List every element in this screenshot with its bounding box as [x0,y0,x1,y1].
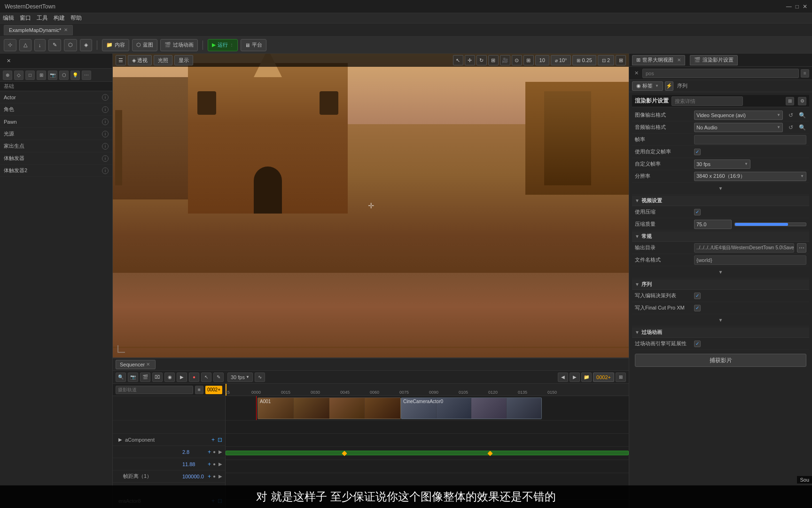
rs-trans-checkbox[interactable]: ✓ [694,341,701,347]
vp-move-icon[interactable]: ✛ [465,55,475,65]
outliner-filter-btn[interactable]: ≡ [801,69,809,78]
seq-curve-btn[interactable]: ∿ [255,373,265,382]
seq-camera-btn[interactable]: 📷 [128,373,138,382]
minimize-button[interactable]: — [786,3,792,10]
panel-item-trigger1[interactable]: 体触发器 i [0,152,112,165]
rs-rate-field[interactable] [694,135,806,144]
comp-right-btn3[interactable]: ▶ [219,461,222,467]
seq-select-btn[interactable]: ↖ [201,373,211,382]
world-outliner-tab[interactable]: ⊞ 世界大纲视图 ✕ [632,55,685,65]
comp-right-btn4[interactable]: ▶ [219,474,222,479]
seq-tab[interactable]: Sequencer ✕ [116,360,156,369]
viewport-lighting-btn[interactable]: 光照 [154,55,172,65]
panel-item-light[interactable]: 光源 i [0,128,112,140]
toolbar-content-btn[interactable]: 📁 内容 [102,39,129,51]
seq-expand-icon[interactable]: ▼ [718,318,723,323]
viewport-perspective-btn[interactable]: ◈ 透视 [128,55,152,65]
toolbar-cinematic-btn[interactable]: 🎬 过场动画 [160,39,198,51]
rs-file-format-field[interactable]: {world} [694,255,806,265]
comp-add-btn4[interactable]: + [208,473,211,480]
toolbar-volume-btn[interactable]: ◈ [80,39,92,51]
comp-layer-btn[interactable]: ⊡ [218,437,222,443]
panel-item-spawn[interactable]: 家出生点 i [0,140,112,152]
close-button[interactable]: ✕ [803,3,807,10]
viewport-show-btn[interactable]: 显示 [174,55,193,65]
comp-add-btn3[interactable]: + [208,461,211,468]
seq-eye-btn[interactable]: ◉ [164,373,175,382]
comp-right-btn2[interactable]: ▶ [219,449,222,454]
seq-expand-btn[interactable]: ⊞ [616,373,626,382]
rs-audio-format-search[interactable]: 🔍 [798,123,806,132]
panel-icon-cube[interactable]: ⬡ [59,71,69,80]
seq-next-btn[interactable]: ▶ [570,373,580,382]
panel-item-pawn[interactable]: Pawn i [0,116,112,128]
rs-output-dir-browse[interactable]: ⋯ [797,243,806,253]
toolbar-blueprint-btn[interactable]: ⬡ 蓝图 [132,39,157,51]
panel-icon-light[interactable]: 💡 [70,71,80,80]
comp-row-val1[interactable]: 2.8 + ● ▶ [113,446,225,458]
outliner-search-input[interactable] [642,69,799,78]
seq-search-input[interactable] [116,386,193,394]
rs-resolution-dropdown[interactable]: 3840 x 2160（16:9） ▼ [694,172,806,181]
comp-row-component[interactable]: ▶ aComponent + ⊡ [113,434,225,446]
rs-custom-rate-dropdown[interactable]: 30 fps ▼ [694,159,750,169]
seq-film-btn[interactable]: 🎬 [140,373,150,382]
rs-sequence-section[interactable]: ▼ 序列 [632,279,809,290]
panel-icon-place[interactable]: ⊕ [3,71,12,80]
toolbar-foliage-btn[interactable]: ↓ [34,39,46,51]
keyframe-2[interactable] [487,451,492,456]
expand-icon[interactable]: ▼ [718,186,723,191]
vp-grid-icon[interactable]: ⊞ [523,55,534,65]
menu-edit[interactable]: 编辑 [3,14,14,22]
seq-filter-btn[interactable]: ≡ [195,386,203,394]
seq-close-btn[interactable]: ✕ [145,361,151,368]
tab-map[interactable]: ExampleMapDynamic* ✕ [4,25,73,35]
menu-tools[interactable]: 工具 [37,14,48,22]
maximize-button[interactable]: □ [796,3,799,10]
panel-item-actor[interactable]: Actor i [0,91,112,103]
seq-clip-1[interactable]: A001 [258,397,401,419]
panel-icon-shape[interactable]: ◇ [14,71,23,80]
panel-icon-misc[interactable]: ⋯ [82,71,91,80]
close-panel-btn[interactable]: ✕ [3,56,15,67]
rs-edl-checkbox[interactable]: ✓ [694,293,701,299]
rs-settings-btn[interactable]: ⚙ [798,97,806,105]
menu-help[interactable]: 帮助 [70,14,82,22]
vp-camera-icon[interactable]: 🎥 [500,55,510,65]
comp-dot-btn3[interactable]: ● [213,461,216,467]
outliner-close-btn[interactable]: ✕ [632,69,640,78]
toolbar-platform-btn[interactable]: 🖥 平台 [241,39,266,51]
seq-record-btn[interactable]: ● [189,373,199,382]
rs-image-format-dropdown[interactable]: Video Sequence (avi) ▼ [694,111,783,120]
toolbar-select-btn[interactable]: ⊹ [4,39,16,51]
vp-rotate-icon[interactable]: ↻ [476,55,487,65]
comp-dot-btn4[interactable]: ● [213,474,216,479]
keyframe-1[interactable] [342,451,347,456]
seq-prev-btn[interactable]: ◀ [558,373,568,382]
toolbar-brush-btn[interactable]: ✎ [48,39,61,51]
render-movie-tab[interactable]: 🎬 渲染影片设置 [690,55,738,65]
menu-window[interactable]: 窗口 [20,14,31,22]
menu-build[interactable]: 构建 [54,14,65,22]
rs-quality-input[interactable]: 75.0 [694,220,732,229]
rs-common-section[interactable]: ▼ 常规 [632,231,809,242]
rs-custom-rate-checkbox[interactable]: ✓ [694,149,701,155]
vp-scale-value[interactable]: ⊞ 0.25 [572,55,596,65]
rs-compression-checkbox[interactable]: ✓ [694,209,701,215]
rs-capture-btn[interactable]: 捕获影片 [635,354,806,367]
rs-output-dir-field[interactable]: ../../../../UE4项目/WesternDesertTown 5.0\… [694,243,794,253]
viewport[interactable]: ✛ ☰ ◈ 透视 光照 显示 ↖ ✛ [113,54,629,357]
panel-icon-box[interactable]: □ [25,71,35,80]
bolt-icon-btn[interactable]: ⚡ [665,81,673,91]
panel-item-character[interactable]: 角色 i [0,103,112,116]
panel-icon-grid[interactable]: ⊞ [37,71,46,80]
panel-item-trigger2[interactable]: 体触发器2 i [0,165,112,177]
rs-image-format-search[interactable]: 🔍 [798,111,806,119]
viewport-menu-btn[interactable]: ☰ [116,55,126,65]
rs-transition-section[interactable]: ▼ 过场动画 [632,327,809,338]
vp-snap-icon[interactable]: ⊙ [512,55,522,65]
seq-key-btn[interactable]: ⌧ [152,373,163,382]
rs-fcp-checkbox[interactable]: ✓ [694,305,701,311]
tab-close-icon[interactable]: ✕ [64,27,68,32]
rs-image-format-reset[interactable]: ↺ [787,111,795,119]
